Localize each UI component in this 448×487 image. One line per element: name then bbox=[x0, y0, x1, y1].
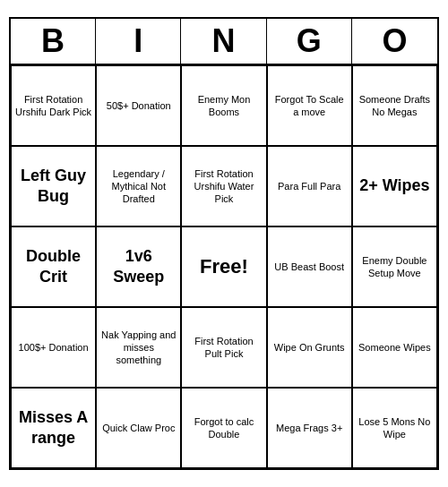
bingo-cell-7[interactable]: First Rotation Urshifu Water Pick bbox=[181, 146, 266, 226]
bingo-cell-12[interactable]: Free! bbox=[181, 226, 266, 307]
cell-text-18: Wipe On Grunts bbox=[274, 341, 345, 354]
header-i: I bbox=[96, 19, 181, 64]
cell-text-24: Lose 5 Mons No Wipe bbox=[357, 415, 433, 441]
bingo-cell-5[interactable]: Left Guy Bug bbox=[11, 146, 96, 226]
header-b: B bbox=[11, 19, 96, 64]
bingo-cell-9[interactable]: 2+ Wipes bbox=[352, 146, 437, 226]
cell-text-11: 1v6 Sweep bbox=[100, 246, 177, 288]
cell-text-4: Someone Drafts No Megas bbox=[357, 93, 433, 119]
bingo-cell-3[interactable]: Forgot To Scale a move bbox=[267, 65, 352, 146]
bingo-cell-8[interactable]: Para Full Para bbox=[267, 146, 352, 226]
bingo-cell-17[interactable]: First Rotation Pult Pick bbox=[181, 307, 266, 388]
header-g: G bbox=[267, 19, 352, 64]
bingo-cell-18[interactable]: Wipe On Grunts bbox=[267, 307, 352, 388]
bingo-cell-23[interactable]: Mega Frags 3+ bbox=[267, 388, 352, 468]
cell-text-3: Forgot To Scale a move bbox=[271, 93, 348, 119]
cell-text-17: First Rotation Pult Pick bbox=[185, 335, 262, 361]
bingo-cell-6[interactable]: Legendary / Mythical Not Drafted bbox=[96, 146, 181, 226]
header-n: N bbox=[181, 19, 266, 64]
cell-text-7: First Rotation Urshifu Water Pick bbox=[185, 167, 262, 206]
header-o: O bbox=[352, 19, 437, 64]
bingo-cell-20[interactable]: Misses A range bbox=[11, 388, 96, 468]
cell-text-0: First Rotation Urshifu Dark Pick bbox=[15, 93, 91, 119]
cell-text-21: Quick Claw Proc bbox=[102, 422, 175, 434]
cell-text-9: 2+ Wipes bbox=[359, 175, 429, 196]
cell-text-10: Double Crit bbox=[15, 246, 91, 288]
cell-text-1: 50$+ Donation bbox=[107, 99, 171, 112]
bingo-cell-13[interactable]: UB Beast Boost bbox=[267, 226, 352, 307]
bingo-cell-16[interactable]: Nak Yapping and misses something bbox=[96, 307, 181, 388]
bingo-cell-15[interactable]: 100$+ Donation bbox=[11, 307, 96, 388]
cell-text-5: Left Guy Bug bbox=[15, 166, 91, 208]
cell-text-16: Nak Yapping and misses something bbox=[100, 329, 177, 367]
bingo-header: B I N G O bbox=[11, 19, 437, 65]
cell-text-14: Enemy Double Setup Move bbox=[357, 254, 433, 280]
bingo-cell-2[interactable]: Enemy Mon Booms bbox=[181, 65, 266, 146]
cell-text-6: Legendary / Mythical Not Drafted bbox=[100, 167, 177, 206]
cell-text-12: Free! bbox=[200, 254, 248, 280]
cell-text-13: UB Beast Boost bbox=[274, 261, 344, 273]
cell-text-23: Mega Frags 3+ bbox=[276, 422, 342, 434]
bingo-grid: First Rotation Urshifu Dark Pick50$+ Don… bbox=[11, 65, 437, 468]
cell-text-19: Someone Wipes bbox=[358, 341, 431, 354]
cell-text-8: Para Full Para bbox=[278, 180, 340, 192]
bingo-cell-10[interactable]: Double Crit bbox=[11, 226, 96, 307]
bingo-cell-4[interactable]: Someone Drafts No Megas bbox=[352, 65, 437, 146]
bingo-cell-21[interactable]: Quick Claw Proc bbox=[96, 388, 181, 468]
bingo-cell-11[interactable]: 1v6 Sweep bbox=[96, 226, 181, 307]
cell-text-15: 100$+ Donation bbox=[19, 341, 89, 354]
cell-text-22: Forgot to calc Double bbox=[185, 415, 262, 441]
bingo-cell-24[interactable]: Lose 5 Mons No Wipe bbox=[352, 388, 437, 468]
bingo-cell-1[interactable]: 50$+ Donation bbox=[96, 65, 181, 146]
bingo-cell-0[interactable]: First Rotation Urshifu Dark Pick bbox=[11, 65, 96, 146]
bingo-cell-19[interactable]: Someone Wipes bbox=[352, 307, 437, 388]
bingo-cell-14[interactable]: Enemy Double Setup Move bbox=[352, 226, 437, 307]
bingo-card: B I N G O First Rotation Urshifu Dark Pi… bbox=[9, 17, 439, 470]
cell-text-2: Enemy Mon Booms bbox=[185, 93, 262, 119]
cell-text-20: Misses A range bbox=[15, 407, 91, 449]
bingo-cell-22[interactable]: Forgot to calc Double bbox=[181, 388, 266, 468]
